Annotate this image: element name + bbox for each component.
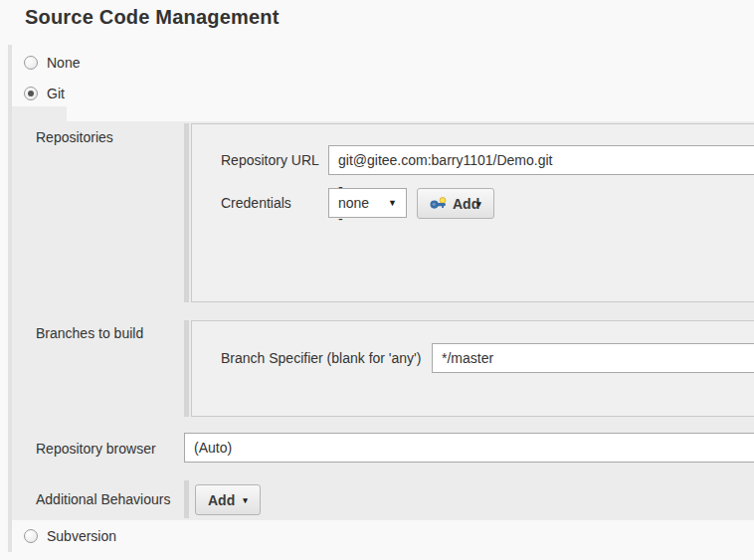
branch-specifier-label: Branch Specifier (blank for 'any') xyxy=(221,350,421,366)
git-block-step xyxy=(12,106,67,122)
behaviours-add-button-label: Add xyxy=(208,492,235,508)
scm-option-git[interactable]: Git xyxy=(24,86,65,101)
additional-behaviours-label: Additional Behaviours xyxy=(36,491,170,507)
repositories-chunk-strip xyxy=(184,123,189,302)
credentials-key-icon xyxy=(430,197,447,210)
scm-option-none[interactable]: None xyxy=(24,55,80,71)
repository-url-label: Repository URL xyxy=(221,152,319,168)
radio-subversion-icon[interactable] xyxy=(24,529,38,543)
repository-url-input[interactable] xyxy=(328,145,754,175)
repository-browser-select-caret-icon: ▼ xyxy=(748,443,754,453)
repository-browser-select[interactable]: (Auto) ▼ xyxy=(184,433,754,463)
credentials-label: Credentials xyxy=(221,195,291,211)
behaviours-add-caret-icon: ▾ xyxy=(243,495,248,505)
scm-option-subversion[interactable]: Subversion xyxy=(24,528,116,544)
branch-specifier-input[interactable] xyxy=(432,343,754,373)
radio-subversion-label: Subversion xyxy=(47,528,116,544)
repository-browser-selected-value: (Auto) xyxy=(194,440,232,456)
radio-git-label: Git xyxy=(47,86,65,101)
scm-config-section: Source Code Management None Git Reposito… xyxy=(0,0,754,560)
branches-chunk-strip xyxy=(184,320,189,417)
branches-to-build-label: Branches to build xyxy=(36,325,143,341)
behaviours-chunk-strip xyxy=(184,480,189,518)
repository-browser-label: Repository browser xyxy=(36,441,156,457)
credentials-add-caret-icon: ▾ xyxy=(476,199,481,209)
radio-none-icon[interactable] xyxy=(24,56,38,70)
radio-git-icon[interactable] xyxy=(24,87,38,100)
page-title: Source Code Management xyxy=(25,6,280,29)
additional-behaviours-add-button[interactable]: Add ▾ xyxy=(195,484,261,515)
repositories-label: Repositories xyxy=(36,129,113,145)
credentials-select-caret-icon: ▼ xyxy=(374,198,397,208)
credentials-select[interactable]: - none - ▼ xyxy=(328,188,407,218)
credentials-add-button[interactable]: Add ▾ xyxy=(417,188,494,219)
radio-none-label: None xyxy=(47,55,80,71)
credentials-selected-value: - none - xyxy=(338,179,374,227)
